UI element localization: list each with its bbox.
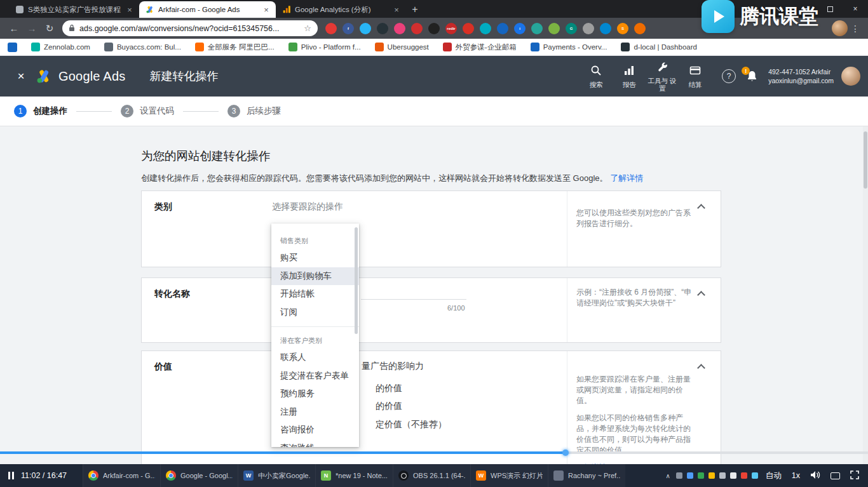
nav-reports[interactable]: 报告 — [614, 65, 644, 88]
taskbar-item[interactable]: Google - Googl... — [160, 464, 238, 487]
dropdown-item[interactable]: 开始结帐 — [271, 285, 359, 304]
quality-selector[interactable]: 自动 — [766, 470, 782, 481]
dropdown-group-header: 潜在客户类别 — [271, 332, 359, 349]
extension-icon[interactable] — [428, 23, 440, 34]
taskbar-item[interactable]: WWPS演示 幻灯片... — [470, 464, 548, 487]
volume-icon[interactable] — [810, 470, 820, 481]
dropdown-item[interactable]: 提交潜在客户表单 — [271, 367, 359, 385]
dropdown-item[interactable]: 订阅 — [271, 304, 359, 322]
nav-billing[interactable]: 结算 — [680, 65, 710, 88]
address-bar[interactable]: ads.google.com/aw/conversions/new?ocid=6… — [62, 20, 318, 36]
pause-icon[interactable] — [8, 472, 14, 479]
dropdown-item-selected[interactable]: 添加到购物车 — [271, 267, 359, 286]
extension-icon[interactable]: S — [617, 23, 628, 34]
tray-caret-icon[interactable]: ∧ — [665, 472, 670, 479]
dropdown-scrollbar[interactable] — [355, 227, 358, 334]
bookmark-item[interactable]: Payments - Overv... — [531, 43, 607, 51]
dropdown-item[interactable]: 联系人 — [271, 349, 359, 367]
browser-tab-2-active[interactable]: Arkfair-com - Google Ads × — [139, 1, 276, 18]
browser-tab-3[interactable]: Google Analytics (分析) × — [276, 1, 406, 18]
taskbar-item[interactable]: Arkfair-com - G... — [83, 464, 160, 487]
nav-tools-settings[interactable]: 工具与 设置 — [647, 61, 677, 92]
bookmark-star-icon[interactable]: ☆ — [304, 23, 311, 33]
extension-icon[interactable] — [600, 23, 611, 34]
help-icon[interactable]: ? — [722, 69, 736, 83]
extension-icon[interactable] — [531, 23, 543, 34]
extension-icon[interactable] — [548, 23, 560, 34]
notifications-bell-icon[interactable]: ! — [746, 70, 758, 83]
tray-icon[interactable] — [752, 472, 758, 479]
tray-icon[interactable] — [709, 472, 715, 479]
bookmark-item[interactable]: Ubersuggest — [375, 43, 429, 51]
refresh-icon[interactable]: ↻ — [41, 20, 58, 37]
tab-close-icon[interactable]: × — [125, 5, 134, 15]
page-scrollbar[interactable] — [863, 126, 868, 464]
dropdown-item[interactable]: 注册 — [271, 403, 359, 422]
extension-icon[interactable] — [634, 23, 646, 34]
video-progress-bar[interactable] — [0, 451, 868, 454]
extension-icon[interactable] — [325, 23, 337, 34]
player-left-controls: 11:02 / 16:47 — [0, 471, 83, 480]
browser-menu-icon[interactable]: ⋮ — [848, 23, 863, 34]
extension-icon[interactable] — [394, 23, 405, 34]
video-progress-knob[interactable] — [562, 450, 569, 456]
speed-selector[interactable]: 1x — [792, 471, 800, 480]
tray-icon[interactable] — [719, 472, 726, 479]
scrollbar-thumb[interactable] — [864, 131, 867, 189]
extension-icon[interactable] — [360, 23, 371, 34]
bookmark-icon[interactable] — [8, 43, 17, 52]
step-3-next-steps: 3 后续步骤 — [227, 105, 281, 117]
forward-icon[interactable]: → — [23, 20, 41, 37]
extension-icon[interactable]: f — [342, 23, 354, 34]
bookmark-item[interactable]: 外贸参谋-企业邮箱 — [443, 43, 517, 52]
back-icon[interactable]: ← — [5, 20, 23, 37]
dropdown-item[interactable]: 查询路线 — [271, 439, 359, 448]
account-avatar[interactable] — [841, 67, 860, 86]
extension-icon[interactable] — [377, 23, 388, 34]
window-close-button[interactable]: × — [843, 0, 868, 18]
bookmark-item[interactable]: Plivo - Platform f... — [288, 43, 361, 51]
fullscreen-icon[interactable] — [850, 470, 859, 481]
profile-avatar[interactable] — [832, 20, 848, 36]
tray-icon[interactable] — [687, 472, 693, 479]
extension-icon[interactable]: G — [566, 23, 577, 34]
site-security-icon[interactable] — [69, 23, 75, 34]
category-select[interactable]: 选择要跟踪的操作 — [272, 201, 343, 213]
learn-more-link[interactable]: 了解详情 — [610, 173, 643, 183]
extension-icon[interactable] — [411, 23, 423, 34]
tray-icon[interactable] — [698, 472, 704, 479]
tray-icon[interactable] — [676, 472, 682, 479]
browser-tab-1[interactable]: S类独立站卖家广告投放课程 × — [9, 1, 139, 18]
extension-icon[interactable] — [480, 23, 491, 34]
extension-icon[interactable] — [583, 23, 594, 34]
nav-search[interactable]: 搜索 — [581, 65, 611, 88]
maximize-button[interactable] — [817, 0, 843, 18]
taskbar-item[interactable]: OBS 26.1.1 (64-... — [393, 464, 470, 487]
extension-icon[interactable]: i — [514, 23, 526, 34]
dropdown-item[interactable]: 咨询报价 — [271, 421, 359, 439]
new-tab-button[interactable]: + — [406, 1, 424, 18]
taskbar-item[interactable]: Rachany ~ Pref... — [548, 464, 625, 487]
value-option-different[interactable]: 的价值 — [376, 401, 402, 412]
dropdown-item[interactable]: 购买 — [271, 249, 359, 267]
bookmark-item[interactable]: d-local | Dashboard — [621, 43, 697, 51]
account-info[interactable]: 492-447-1052 Arkfair yaoxinlun@gmail.com — [768, 68, 834, 84]
value-option-same[interactable]: 的价值 — [376, 383, 402, 394]
taskbar-item[interactable]: W中小卖家Google... — [238, 464, 315, 487]
extension-icon[interactable]: redir — [445, 23, 457, 34]
theater-mode-icon[interactable] — [831, 472, 840, 479]
bookmark-item[interactable]: Zennolab.com — [31, 43, 90, 51]
extension-icon[interactable] — [497, 23, 508, 34]
bookmark-item[interactable]: 全部服务 阿里巴巴... — [195, 43, 275, 52]
tray-icon[interactable] — [730, 472, 736, 479]
taskbar-item[interactable]: N*new 19 - Note... — [315, 464, 393, 487]
tab-close-icon[interactable]: × — [262, 5, 271, 15]
close-icon[interactable]: × — [11, 69, 31, 83]
bookmark-item[interactable]: Buyaccs.com: Bul... — [104, 43, 181, 51]
name-input-underline[interactable] — [361, 299, 466, 300]
tray-icon[interactable] — [741, 472, 747, 479]
value-option-none[interactable]: 定价值（不推荐） — [376, 419, 447, 430]
dropdown-item[interactable]: 预约服务 — [271, 385, 359, 403]
extension-icon[interactable] — [463, 23, 474, 34]
tab-close-icon[interactable]: × — [392, 5, 401, 15]
